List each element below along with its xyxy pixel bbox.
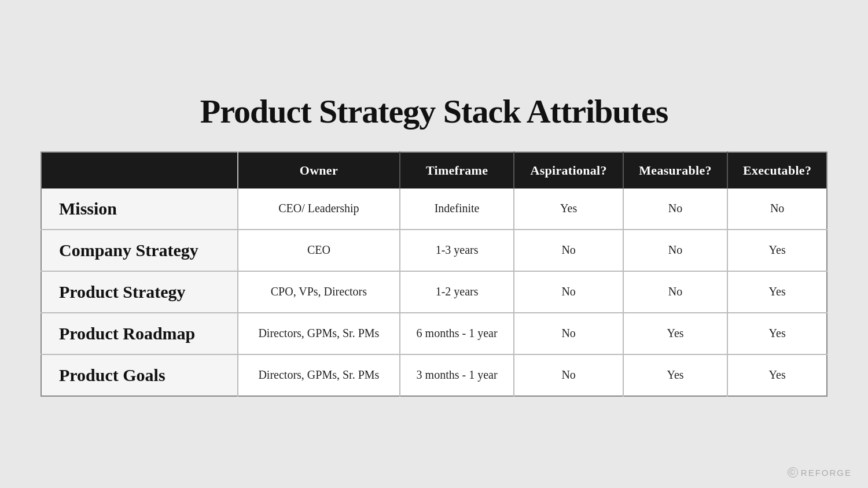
cell-owner-0: CEO/ Leadership bbox=[238, 188, 400, 230]
table-header-row: Owner Timeframe Aspirational? Measurable… bbox=[41, 152, 827, 188]
cell-measurable-0: No bbox=[623, 188, 727, 230]
table-row: Product StrategyCPO, VPs, Directors1-2 y… bbox=[41, 271, 827, 313]
header-owner: Owner bbox=[238, 152, 400, 188]
cell-aspirational-3: No bbox=[514, 313, 623, 354]
cell-owner-2: CPO, VPs, Directors bbox=[238, 271, 400, 313]
row-label-0: Mission bbox=[41, 188, 238, 230]
cell-measurable-1: No bbox=[623, 230, 727, 271]
cell-owner-3: Directors, GPMs, Sr. PMs bbox=[238, 313, 400, 354]
cell-aspirational-1: No bbox=[514, 230, 623, 271]
cell-timeframe-1: 1-3 years bbox=[400, 230, 514, 271]
page-title: Product Strategy Stack Attributes bbox=[200, 92, 668, 131]
table-wrapper: Owner Timeframe Aspirational? Measurable… bbox=[41, 151, 827, 397]
cell-timeframe-2: 1-2 years bbox=[400, 271, 514, 313]
table-row: MissionCEO/ LeadershipIndefiniteYesNoNo bbox=[41, 188, 827, 230]
cell-measurable-3: Yes bbox=[623, 313, 727, 354]
cell-aspirational-4: No bbox=[514, 354, 623, 396]
row-label-3: Product Roadmap bbox=[41, 313, 238, 354]
header-executable: Executable? bbox=[727, 152, 827, 188]
row-label-2: Product Strategy bbox=[41, 271, 238, 313]
copyright-icon: © bbox=[788, 467, 798, 478]
header-timeframe: Timeframe bbox=[400, 152, 514, 188]
cell-measurable-2: No bbox=[623, 271, 727, 313]
table-row: Product RoadmapDirectors, GPMs, Sr. PMs6… bbox=[41, 313, 827, 354]
cell-timeframe-0: Indefinite bbox=[400, 188, 514, 230]
header-empty bbox=[41, 152, 238, 188]
cell-executable-3: Yes bbox=[727, 313, 827, 354]
table-body: MissionCEO/ LeadershipIndefiniteYesNoNoC… bbox=[41, 188, 827, 396]
cell-owner-4: Directors, GPMs, Sr. PMs bbox=[238, 354, 400, 396]
cell-aspirational-0: Yes bbox=[514, 188, 623, 230]
table-row: Product GoalsDirectors, GPMs, Sr. PMs3 m… bbox=[41, 354, 827, 396]
header-aspirational: Aspirational? bbox=[514, 152, 623, 188]
row-label-4: Product Goals bbox=[41, 354, 238, 396]
attributes-table: Owner Timeframe Aspirational? Measurable… bbox=[41, 151, 827, 397]
cell-measurable-4: Yes bbox=[623, 354, 727, 396]
cell-executable-1: Yes bbox=[727, 230, 827, 271]
cell-timeframe-4: 3 months - 1 year bbox=[400, 354, 514, 396]
cell-executable-2: Yes bbox=[727, 271, 827, 313]
row-label-1: Company Strategy bbox=[41, 230, 238, 271]
cell-aspirational-2: No bbox=[514, 271, 623, 313]
header-measurable: Measurable? bbox=[623, 152, 727, 188]
cell-owner-1: CEO bbox=[238, 230, 400, 271]
table-row: Company StrategyCEO1-3 yearsNoNoYes bbox=[41, 230, 827, 271]
watermark: © REFORGE bbox=[788, 467, 852, 478]
cell-executable-0: No bbox=[727, 188, 827, 230]
cell-executable-4: Yes bbox=[727, 354, 827, 396]
cell-timeframe-3: 6 months - 1 year bbox=[400, 313, 514, 354]
watermark-text: REFORGE bbox=[801, 468, 852, 478]
